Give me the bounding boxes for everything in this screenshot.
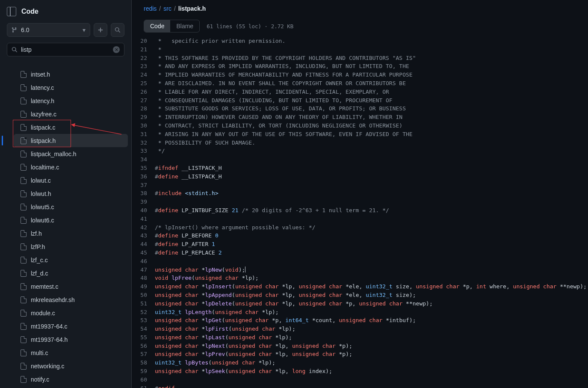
- code-line[interactable]: 22 * THIS SOFTWARE IS PROVIDED BY THE CO…: [132, 54, 588, 62]
- code-content[interactable]: * AND ANY EXPRESS OR IMPLIED WARRANTIES,…: [155, 62, 409, 71]
- code-content[interactable]: unsigned char *lpAppend(unsigned char *l…: [155, 291, 416, 299]
- code-content[interactable]: unsigned char *lpDelete(unsigned char *l…: [155, 299, 433, 308]
- file-tree-item[interactable]: networking.c: [0, 359, 131, 373]
- code-line[interactable]: 59unsigned char *lpSeek(unsigned char *l…: [132, 367, 588, 376]
- code-line[interactable]: 41: [132, 215, 588, 223]
- line-number[interactable]: 22: [132, 54, 155, 62]
- line-number[interactable]: 58: [132, 358, 155, 367]
- breadcrumb-repo[interactable]: redis: [144, 5, 157, 12]
- code-line[interactable]: 43#define LP_BEFORE 0: [132, 231, 588, 240]
- line-number[interactable]: 23: [132, 62, 155, 71]
- file-tree-item[interactable]: listpack_malloc.h: [0, 147, 131, 160]
- code-content[interactable]: * specific prior written permission.: [155, 37, 285, 45]
- code-line[interactable]: 27 * CONSEQUENTIAL DAMAGES (INCLUDING, B…: [132, 96, 588, 105]
- line-number[interactable]: 42: [132, 223, 155, 232]
- code-content[interactable]: #define LP_BEFORE 0: [155, 231, 219, 240]
- code-content[interactable]: unsigned char *lpNew(void);: [155, 266, 245, 274]
- code-content[interactable]: */: [155, 147, 165, 155]
- code-content[interactable]: /* lpInsert() where argument possible va…: [155, 223, 316, 232]
- file-tree-item[interactable]: mt19937-64.c: [0, 320, 131, 333]
- file-tree-item[interactable]: mt19937-64.h: [0, 333, 131, 346]
- file-tree-item[interactable]: lzf.h: [0, 227, 131, 240]
- file-tree[interactable]: intset.hlatency.clatency.hlazyfree.clist…: [0, 61, 131, 388]
- line-number[interactable]: 20: [132, 37, 155, 45]
- code-content[interactable]: * LIABLE FOR ANY DIRECT, INDIRECT, INCID…: [155, 88, 389, 96]
- line-number[interactable]: 50: [132, 291, 155, 299]
- file-tree-item[interactable]: mkreleasehdr.sh: [0, 293, 131, 306]
- code-content[interactable]: * SUBSTITUTE GOODS OR SERVICES; LOSS OF …: [155, 104, 406, 113]
- code-line[interactable]: 44#define LP_AFTER 1: [132, 240, 588, 249]
- code-content[interactable]: #ifndef __LISTPACK_H: [155, 164, 222, 172]
- code-content[interactable]: * POSSIBILITY OF SUCH DAMAGE.: [155, 139, 255, 147]
- clear-search-button[interactable]: ✕: [113, 46, 120, 53]
- line-number[interactable]: 27: [132, 96, 155, 105]
- line-number[interactable]: 49: [132, 282, 155, 291]
- code-viewer[interactable]: 20 * specific prior written permission.2…: [132, 37, 588, 388]
- code-content[interactable]: unsigned char *lpPrev(unsigned char *lp,…: [155, 350, 352, 358]
- line-number[interactable]: 51: [132, 299, 155, 308]
- file-tree-item[interactable]: lazyfree.c: [0, 107, 131, 121]
- search-repo-button[interactable]: [111, 23, 124, 37]
- file-tree-item[interactable]: latency.c: [0, 81, 131, 94]
- code-content[interactable]: void lpFree(unsigned char *lp);: [155, 274, 259, 282]
- code-content[interactable]: * ARISING IN ANY WAY OUT OF THE USE OF T…: [155, 130, 413, 139]
- panel-icon[interactable]: [7, 7, 16, 16]
- code-content[interactable]: #define LP_REPLACE 2: [155, 249, 222, 257]
- tab-code[interactable]: Code: [144, 20, 170, 32]
- code-line[interactable]: 31 * ARISING IN ANY WAY OUT OF THE USE O…: [132, 130, 588, 139]
- code-content[interactable]: * CONTRACT, STRICT LIABILITY, OR TORT (I…: [155, 121, 402, 130]
- code-line[interactable]: 36#define __LISTPACK_H: [132, 172, 588, 181]
- file-search-input-wrap[interactable]: ✕: [7, 43, 124, 56]
- code-content[interactable]: * INTERRUPTION) HOWEVER CAUSED AND ON AN…: [155, 113, 402, 121]
- code-content[interactable]: * CONSEQUENTIAL DAMAGES (INCLUDING, BUT …: [155, 96, 393, 105]
- line-number[interactable]: 54: [132, 325, 155, 333]
- line-number[interactable]: 24: [132, 71, 155, 79]
- code-content[interactable]: #define __LISTPACK_H: [155, 172, 222, 181]
- code-line[interactable]: 26 * LIABLE FOR ANY DIRECT, INDIRECT, IN…: [132, 88, 588, 96]
- code-line[interactable]: 48void lpFree(unsigned char *lp);: [132, 274, 588, 282]
- line-number[interactable]: 35: [132, 164, 155, 172]
- line-number[interactable]: 41: [132, 215, 155, 223]
- line-number[interactable]: 36: [132, 172, 155, 181]
- line-number[interactable]: 46: [132, 257, 155, 266]
- line-number[interactable]: 55: [132, 333, 155, 342]
- line-number[interactable]: 29: [132, 113, 155, 121]
- line-number[interactable]: 33: [132, 147, 155, 155]
- line-number[interactable]: 53: [132, 316, 155, 325]
- code-line[interactable]: 37: [132, 181, 588, 190]
- line-number[interactable]: 25: [132, 79, 155, 88]
- code-content[interactable]: #define LP_AFTER 1: [155, 240, 215, 249]
- tab-blame[interactable]: Blame: [170, 20, 199, 32]
- code-content[interactable]: uint32_t lpBytes(unsigned char *lp);: [155, 358, 275, 367]
- line-number[interactable]: 44: [132, 240, 155, 249]
- code-content[interactable]: unsigned char *lpInsert(unsigned char *l…: [155, 282, 587, 291]
- file-tree-item[interactable]: listpack.c: [0, 121, 131, 134]
- file-search-input[interactable]: [21, 46, 109, 53]
- branch-selector[interactable]: 6.0 ▾: [7, 23, 90, 37]
- code-line[interactable]: 20 * specific prior written permission.: [132, 37, 588, 45]
- line-number[interactable]: 38: [132, 189, 155, 198]
- line-number[interactable]: 52: [132, 308, 155, 317]
- line-number[interactable]: 28: [132, 104, 155, 113]
- line-number[interactable]: 43: [132, 231, 155, 240]
- line-number[interactable]: 30: [132, 121, 155, 130]
- code-content[interactable]: unsigned char *lpSeek(unsigned char *lp,…: [155, 367, 332, 376]
- code-content[interactable]: #define LP_INTBUF_SIZE 21 /* 20 digits o…: [155, 206, 389, 215]
- file-tree-item[interactable]: lzfP.h: [0, 240, 131, 253]
- code-line[interactable]: 57unsigned char *lpPrev(unsigned char *l…: [132, 350, 588, 358]
- line-number[interactable]: 34: [132, 155, 155, 164]
- file-tree-item[interactable]: localtime.c: [0, 160, 131, 174]
- file-tree-item[interactable]: lolwut5.c: [0, 200, 131, 213]
- line-number[interactable]: 48: [132, 274, 155, 282]
- code-line[interactable]: 46: [132, 257, 588, 266]
- code-line[interactable]: 42/* lpInsert() where argument possible …: [132, 223, 588, 232]
- code-line[interactable]: 29 * INTERRUPTION) HOWEVER CAUSED AND ON…: [132, 113, 588, 121]
- file-tree-item[interactable]: notify.c: [0, 373, 131, 386]
- line-number[interactable]: 40: [132, 206, 155, 215]
- code-content[interactable]: *: [155, 45, 162, 54]
- code-content[interactable]: * ARE DISCLAIMED. IN NO EVENT SHALL THE …: [155, 79, 406, 88]
- file-tree-item[interactable]: lolwut.c: [0, 174, 131, 187]
- code-line[interactable]: 49unsigned char *lpInsert(unsigned char …: [132, 282, 588, 291]
- breadcrumb-path-0[interactable]: src: [163, 5, 171, 12]
- code-line[interactable]: 39: [132, 198, 588, 206]
